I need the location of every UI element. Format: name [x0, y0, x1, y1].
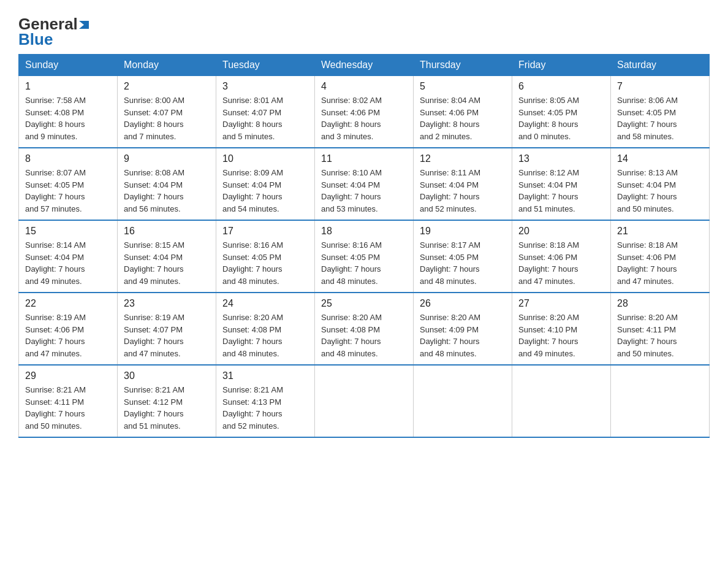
calendar-cell: 7Sunrise: 8:06 AMSunset: 4:05 PMDaylight…: [611, 76, 710, 148]
day-info: Sunrise: 8:19 AMSunset: 4:06 PMDaylight:…: [25, 312, 111, 359]
day-info: Sunrise: 8:07 AMSunset: 4:05 PMDaylight:…: [25, 167, 111, 215]
day-number: 21: [617, 226, 703, 237]
day-info: Sunrise: 8:09 AMSunset: 4:04 PMDaylight:…: [222, 167, 308, 215]
calendar-week-5: 29Sunrise: 8:21 AMSunset: 4:11 PMDayligh…: [19, 365, 710, 437]
day-number: 10: [222, 153, 308, 164]
calendar-cell: 4Sunrise: 8:02 AMSunset: 4:06 PMDaylight…: [315, 76, 414, 148]
day-number: 20: [518, 226, 604, 237]
day-info: Sunrise: 8:15 AMSunset: 4:04 PMDaylight:…: [124, 239, 210, 287]
calendar-header: SundayMondayTuesdayWednesdayThursdayFrid…: [19, 55, 710, 76]
weekday-header-monday: Monday: [118, 55, 216, 76]
calendar-cell: 17Sunrise: 8:16 AMSunset: 4:05 PMDayligh…: [216, 220, 315, 293]
calendar-cell: 12Sunrise: 8:11 AMSunset: 4:04 PMDayligh…: [414, 148, 512, 220]
weekday-header-sunday: Sunday: [19, 55, 118, 76]
day-number: 26: [420, 298, 506, 309]
day-info: Sunrise: 8:13 AMSunset: 4:04 PMDaylight:…: [617, 167, 703, 215]
calendar-cell: 18Sunrise: 8:16 AMSunset: 4:05 PMDayligh…: [315, 220, 414, 293]
day-info: Sunrise: 8:16 AMSunset: 4:05 PMDaylight:…: [222, 239, 308, 287]
calendar-cell: 23Sunrise: 8:19 AMSunset: 4:07 PMDayligh…: [118, 293, 216, 365]
calendar-cell: 30Sunrise: 8:21 AMSunset: 4:12 PMDayligh…: [118, 365, 216, 437]
calendar-body: 1Sunrise: 7:58 AMSunset: 4:08 PMDaylight…: [19, 76, 710, 438]
day-number: 5: [420, 81, 506, 92]
day-number: 7: [617, 81, 703, 92]
calendar-cell: 21Sunrise: 8:18 AMSunset: 4:06 PMDayligh…: [611, 220, 710, 293]
calendar-cell: 20Sunrise: 8:18 AMSunset: 4:06 PMDayligh…: [512, 220, 611, 293]
logo-wordmark: General Blue: [18, 15, 89, 48]
day-number: 18: [321, 226, 407, 237]
calendar-cell: 26Sunrise: 8:20 AMSunset: 4:09 PMDayligh…: [414, 293, 512, 365]
day-info: Sunrise: 8:06 AMSunset: 4:05 PMDaylight:…: [617, 94, 703, 142]
day-number: 13: [518, 153, 604, 164]
day-info: Sunrise: 8:19 AMSunset: 4:07 PMDaylight:…: [124, 312, 210, 359]
day-info: Sunrise: 8:20 AMSunset: 4:08 PMDaylight:…: [222, 312, 308, 359]
day-info: Sunrise: 8:20 AMSunset: 4:09 PMDaylight:…: [420, 312, 506, 359]
day-number: 23: [124, 298, 210, 309]
day-number: 11: [321, 153, 407, 164]
weekday-header-thursday: Thursday: [414, 55, 512, 76]
day-number: 30: [124, 370, 210, 381]
day-number: 27: [518, 298, 604, 309]
calendar-table: SundayMondayTuesdayWednesdayThursdayFrid…: [18, 54, 710, 438]
calendar-cell: 25Sunrise: 8:20 AMSunset: 4:08 PMDayligh…: [315, 293, 414, 365]
day-info: Sunrise: 8:18 AMSunset: 4:06 PMDaylight:…: [518, 239, 604, 287]
calendar-week-2: 8Sunrise: 8:07 AMSunset: 4:05 PMDaylight…: [19, 148, 710, 220]
calendar-cell: 5Sunrise: 8:04 AMSunset: 4:06 PMDaylight…: [414, 76, 512, 148]
day-info: Sunrise: 7:58 AMSunset: 4:08 PMDaylight:…: [25, 94, 111, 142]
day-number: 22: [25, 298, 111, 309]
day-info: Sunrise: 8:11 AMSunset: 4:04 PMDaylight:…: [420, 167, 506, 215]
day-number: 15: [25, 226, 111, 237]
day-number: 29: [25, 370, 111, 381]
calendar-cell: [611, 365, 710, 437]
weekday-header-wednesday: Wednesday: [315, 55, 414, 76]
weekday-header-row: SundayMondayTuesdayWednesdayThursdayFrid…: [19, 55, 710, 76]
day-info: Sunrise: 8:17 AMSunset: 4:05 PMDaylight:…: [420, 239, 506, 287]
weekday-header-saturday: Saturday: [611, 55, 710, 76]
calendar-week-3: 15Sunrise: 8:14 AMSunset: 4:04 PMDayligh…: [19, 220, 710, 293]
day-number: 6: [518, 81, 604, 92]
day-number: 17: [222, 226, 308, 237]
calendar-cell: 8Sunrise: 8:07 AMSunset: 4:05 PMDaylight…: [19, 148, 118, 220]
calendar-cell: 10Sunrise: 8:09 AMSunset: 4:04 PMDayligh…: [216, 148, 315, 220]
day-info: Sunrise: 8:16 AMSunset: 4:05 PMDaylight:…: [321, 239, 407, 287]
calendar-cell: 11Sunrise: 8:10 AMSunset: 4:04 PMDayligh…: [315, 148, 414, 220]
day-info: Sunrise: 8:21 AMSunset: 4:13 PMDaylight:…: [222, 384, 308, 432]
day-number: 28: [617, 298, 703, 309]
day-info: Sunrise: 8:05 AMSunset: 4:05 PMDaylight:…: [518, 94, 604, 142]
day-number: 4: [321, 81, 407, 92]
calendar-cell: 28Sunrise: 8:20 AMSunset: 4:11 PMDayligh…: [611, 293, 710, 365]
day-number: 16: [124, 226, 210, 237]
logo-chevron-icon2: [79, 21, 89, 29]
calendar-cell: 3Sunrise: 8:01 AMSunset: 4:07 PMDaylight…: [216, 76, 315, 148]
day-info: Sunrise: 8:04 AMSunset: 4:06 PMDaylight:…: [420, 94, 506, 142]
calendar-cell: 6Sunrise: 8:05 AMSunset: 4:05 PMDaylight…: [512, 76, 611, 148]
calendar-cell: 2Sunrise: 8:00 AMSunset: 4:07 PMDaylight…: [118, 76, 216, 148]
day-info: Sunrise: 8:10 AMSunset: 4:04 PMDaylight:…: [321, 167, 407, 215]
day-number: 25: [321, 298, 407, 309]
day-number: 12: [420, 153, 506, 164]
page-header: General Blue: [18, 12, 710, 48]
day-info: Sunrise: 8:20 AMSunset: 4:08 PMDaylight:…: [321, 312, 407, 359]
day-number: 24: [222, 298, 308, 309]
day-number: 2: [124, 81, 210, 92]
day-info: Sunrise: 8:20 AMSunset: 4:10 PMDaylight:…: [518, 312, 604, 359]
day-info: Sunrise: 8:00 AMSunset: 4:07 PMDaylight:…: [124, 94, 210, 142]
day-info: Sunrise: 8:12 AMSunset: 4:04 PMDaylight:…: [518, 167, 604, 215]
calendar-cell: [414, 365, 512, 437]
calendar-cell: 16Sunrise: 8:15 AMSunset: 4:04 PMDayligh…: [118, 220, 216, 293]
calendar-cell: 31Sunrise: 8:21 AMSunset: 4:13 PMDayligh…: [216, 365, 315, 437]
calendar-week-4: 22Sunrise: 8:19 AMSunset: 4:06 PMDayligh…: [19, 293, 710, 365]
calendar-cell: 14Sunrise: 8:13 AMSunset: 4:04 PMDayligh…: [611, 148, 710, 220]
calendar-cell: 22Sunrise: 8:19 AMSunset: 4:06 PMDayligh…: [19, 293, 118, 365]
day-number: 19: [420, 226, 506, 237]
day-info: Sunrise: 8:20 AMSunset: 4:11 PMDaylight:…: [617, 312, 703, 359]
logo: General Blue: [18, 15, 89, 48]
calendar-cell: [315, 365, 414, 437]
day-info: Sunrise: 8:01 AMSunset: 4:07 PMDaylight:…: [222, 94, 308, 142]
calendar-cell: 27Sunrise: 8:20 AMSunset: 4:10 PMDayligh…: [512, 293, 611, 365]
calendar-cell: 13Sunrise: 8:12 AMSunset: 4:04 PMDayligh…: [512, 148, 611, 220]
day-number: 9: [124, 153, 210, 164]
calendar-cell: 29Sunrise: 8:21 AMSunset: 4:11 PMDayligh…: [19, 365, 118, 437]
logo-blue-text: Blue: [18, 31, 89, 48]
calendar-cell: 1Sunrise: 7:58 AMSunset: 4:08 PMDaylight…: [19, 76, 118, 148]
calendar-week-1: 1Sunrise: 7:58 AMSunset: 4:08 PMDaylight…: [19, 76, 710, 148]
